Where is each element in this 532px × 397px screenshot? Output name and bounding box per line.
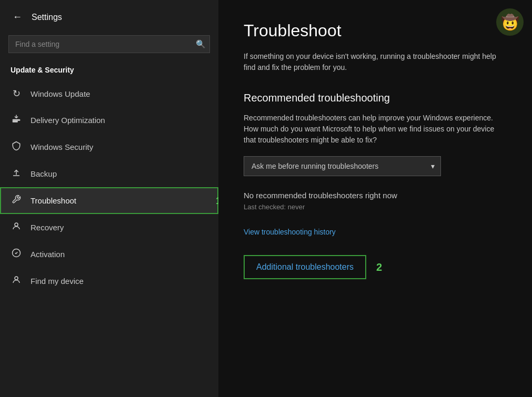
page-description: If something on your device isn't workin… — [244, 51, 507, 73]
sidebar-item-windows-security[interactable]: Windows Security — [0, 134, 218, 160]
sidebar-item-delivery-optimization[interactable]: Delivery Optimization — [0, 107, 218, 134]
avatar-emoji: 🤠 — [501, 14, 519, 31]
section-label: Update & Security — [0, 62, 218, 78]
sidebar-item-label: Recovery — [31, 223, 64, 232]
shield-icon — [11, 141, 22, 153]
svg-rect-1 — [13, 121, 17, 123]
additional-badge: 2 — [376, 261, 382, 273]
sidebar-item-label: Delivery Optimization — [31, 116, 105, 125]
sidebar-title: Settings — [32, 13, 62, 22]
back-button[interactable]: ← — [11, 9, 24, 25]
sidebar-item-backup[interactable]: Backup — [0, 160, 218, 187]
sidebar-item-windows-update[interactable]: ↻ Windows Update — [0, 80, 218, 107]
sidebar-item-find-my-device[interactable]: Find my device — [0, 268, 218, 294]
sidebar-item-label: Backup — [31, 169, 57, 178]
sidebar-item-label: Windows Security — [31, 142, 93, 151]
sidebar: ← Settings 🔍 Update & Security ↻ Windows… — [0, 0, 218, 397]
recommended-heading: Recommended troubleshooting — [244, 92, 507, 104]
backup-icon — [11, 168, 22, 180]
search-icon[interactable]: 🔍 — [196, 39, 206, 49]
additional-troubleshooters-button[interactable]: Additional troubleshooters — [244, 255, 366, 279]
recovery-icon — [11, 221, 22, 233]
main-content: 🤠 Troubleshoot If something on your devi… — [218, 0, 532, 397]
view-history-link[interactable]: View troubleshooting history — [244, 228, 336, 236]
search-input[interactable] — [8, 35, 210, 53]
additional-btn-wrapper: Additional troubleshooters 2 — [244, 255, 366, 279]
find-device-icon — [11, 275, 22, 287]
windows-update-icon: ↻ — [11, 88, 22, 99]
troubleshoot-dropdown[interactable]: Ask me before running troubleshooters Ru… — [244, 156, 441, 176]
sidebar-item-recovery[interactable]: Recovery — [0, 214, 218, 241]
no-troubleshooters-text: No recommended troubleshooters right now — [244, 191, 507, 200]
sidebar-item-label: Troubleshoot — [31, 196, 76, 205]
avatar: 🤠 — [496, 8, 524, 36]
page-title: Troubleshoot — [244, 21, 507, 40]
sidebar-item-label: Activation — [31, 250, 65, 259]
back-icon: ← — [13, 12, 22, 23]
sidebar-item-activation[interactable]: Activation — [0, 241, 218, 268]
svg-rect-0 — [13, 120, 20, 121]
wrench-icon — [11, 195, 22, 207]
sidebar-item-label: Find my device — [31, 277, 84, 286]
sidebar-item-label: Windows Update — [31, 89, 90, 98]
svg-point-4 — [15, 223, 18, 226]
activation-icon — [11, 248, 22, 260]
sidebar-item-troubleshoot[interactable]: Troubleshoot 1 — [0, 187, 218, 214]
delivery-optimization-icon — [11, 114, 22, 126]
search-box: 🔍 — [8, 35, 210, 53]
sidebar-header: ← Settings — [0, 0, 218, 30]
dropdown-wrapper: Ask me before running troubleshooters Ru… — [244, 156, 441, 176]
recommended-description: Recommended troubleshooters can help imp… — [244, 113, 507, 146]
svg-point-6 — [15, 277, 18, 280]
last-checked-text: Last checked: never — [244, 203, 507, 211]
